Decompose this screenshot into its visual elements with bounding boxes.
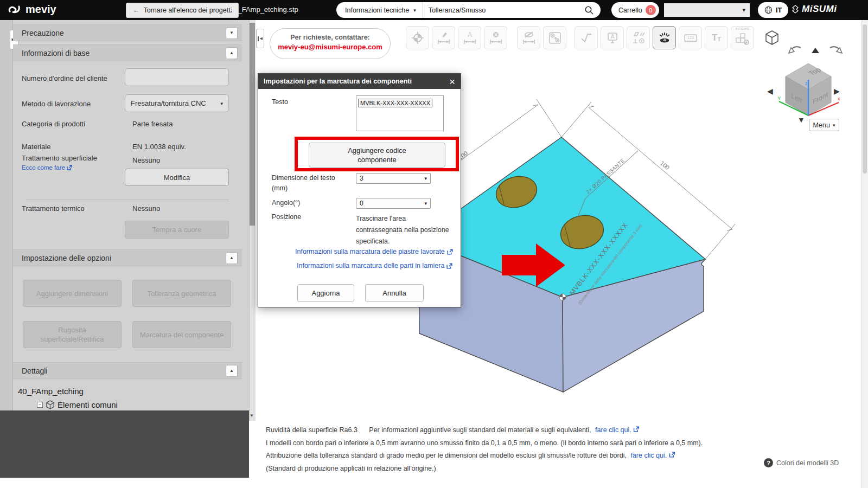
- update-button[interactable]: Aggiorna: [297, 284, 354, 302]
- annotation-toolbar: A A 123 TT 6VIEWS: [575, 26, 754, 49]
- label-balloon-icon[interactable]: A: [601, 26, 624, 49]
- rotate-right-arrow-icon[interactable]: ▶: [834, 87, 840, 95]
- dialog-titlebar[interactable]: Impostazioni per la marcatura dei compon…: [258, 74, 461, 89]
- tilt-up-icon[interactable]: [812, 48, 819, 53]
- cancel-button[interactable]: Annulla: [365, 284, 424, 302]
- tree-collapse-icon[interactable]: −: [37, 402, 43, 408]
- top-header-bar: meviy ← Tornare all'elenco dei progetti …: [0, 0, 868, 20]
- contact-email[interactable]: meviy-eu@misumi-europe.com: [270, 43, 390, 51]
- marking-text-area[interactable]: MVBLK-XXX-XXX-XXXXX: [356, 95, 444, 131]
- external-link-icon: [669, 452, 675, 458]
- misumi-mark-icon: [792, 5, 799, 14]
- chevron-down-icon: ▾: [742, 7, 745, 14]
- material-label: Materiale: [22, 143, 50, 151]
- through-hardening-button[interactable]: Tempra a cuore: [125, 221, 229, 239]
- edit-dimension-icon[interactable]: [432, 26, 455, 49]
- surface-roughness-button[interactable]: Rugosità superficiale/Rettifica: [23, 321, 122, 348]
- search-input[interactable]: Tolleranza/Smusso: [423, 7, 584, 14]
- model-colors-link[interactable]: ? Colori dei modelli 3D: [764, 458, 839, 467]
- chevron-down-icon: ▾: [424, 201, 427, 206]
- header-dropdown[interactable]: ▾: [664, 3, 750, 17]
- modify-button[interactable]: Modifica: [125, 169, 229, 186]
- section-precauzione[interactable]: Precauzione ▼: [13, 24, 242, 41]
- search-category-select[interactable]: Informazioni tecniche ▾: [336, 2, 423, 18]
- how-to-link[interactable]: Ecco come fare: [22, 164, 72, 171]
- meviy-logo[interactable]: meviy: [8, 3, 56, 16]
- external-link-icon: [447, 249, 453, 255]
- datum-target-icon[interactable]: [406, 26, 429, 49]
- hide-dimension-icon[interactable]: [517, 26, 540, 49]
- order-number-input[interactable]: [125, 68, 229, 86]
- tree-root-item[interactable]: 40_FAmp_etching: [18, 387, 84, 396]
- origin-marker: [559, 294, 566, 300]
- part-marking-icon[interactable]: A: [653, 26, 676, 49]
- left-settings-panel: ▶ Precauzione ▼ Informazioni di base ▲ N…: [0, 20, 249, 478]
- tech-search-bar: Informazioni tecniche ▾ Tolleranza/Smuss…: [336, 2, 601, 18]
- text-dimension-icon[interactable]: A: [458, 26, 481, 49]
- collapse-button[interactable]: ▲: [226, 47, 238, 59]
- page-scrollbar-thumb[interactable]: [863, 24, 867, 174]
- text-size-icon[interactable]: TT: [705, 26, 728, 49]
- text-label: Testo: [272, 98, 288, 106]
- chevron-down-icon: ▾: [833, 123, 835, 128]
- svg-text:A: A: [662, 37, 666, 42]
- dimension-right-value: 100: [659, 159, 671, 171]
- close-icon[interactable]: ×: [449, 76, 455, 87]
- meviy-swoosh-icon: [8, 4, 24, 16]
- search-icon[interactable]: [584, 5, 594, 15]
- svg-text:A: A: [610, 34, 614, 40]
- six-views-icon[interactable]: 6VIEWS: [731, 26, 754, 49]
- collapse-sidebar-handle[interactable]: ◀: [256, 29, 264, 48]
- geometric-tolerance-icon[interactable]: [627, 26, 650, 49]
- collapse-button[interactable]: ▲: [226, 365, 238, 377]
- note-line-1: Ruvidità della superficie Ra6.3 Per info…: [266, 424, 841, 437]
- sheet-metal-marking-info-link[interactable]: Informazioni sulla marcatura delle parti…: [297, 262, 452, 269]
- note-line-4: (Standard di produzione applicati in rel…: [266, 463, 841, 476]
- external-link-icon: [446, 263, 452, 269]
- back-to-projects-button[interactable]: ← Tornare all'elenco dei progetti: [126, 3, 239, 18]
- ruler-icon[interactable]: 123: [679, 26, 702, 49]
- locale-button[interactable]: IT: [758, 2, 788, 18]
- tree-item-elementi-comuni[interactable]: − Elementi comuni: [37, 400, 118, 410]
- collapse-button[interactable]: ▲: [226, 252, 238, 264]
- contact-text: Per richieste, contattare:: [270, 34, 390, 41]
- delete-dimension-icon[interactable]: [484, 26, 507, 49]
- plates-marking-info-link[interactable]: Informazioni sulla marcatura delle piast…: [295, 248, 453, 255]
- section-informazioni-di-base[interactable]: Informazioni di base ▲: [13, 44, 242, 61]
- view-cube[interactable]: Top Left Front y x z: [775, 57, 843, 125]
- view-menu-button[interactable]: Menu ▾: [809, 119, 839, 131]
- scroll-down-arrow-icon[interactable]: ▼: [250, 413, 254, 418]
- external-link-icon: [633, 426, 640, 432]
- note-link-1[interactable]: fare clic qui.: [595, 426, 631, 434]
- section-impostazione-opzioni[interactable]: Impostazione delle opzioni ▲: [13, 249, 242, 266]
- angle-label: Angolo(°): [272, 199, 300, 207]
- cart-button[interactable]: Carrello 0: [611, 2, 659, 18]
- isometric-view-icon[interactable]: [762, 28, 782, 48]
- chevron-down-icon: ▾: [424, 176, 427, 181]
- contact-bubble: Per richieste, contattare: meviy-eu@misu…: [270, 28, 391, 59]
- chevron-down-icon: ▾: [413, 8, 416, 13]
- external-link-icon: [67, 165, 72, 170]
- tilt-down-arrow-icon[interactable]: ▼: [797, 115, 805, 124]
- note-link-3[interactable]: fare clic qui.: [630, 452, 667, 459]
- hole-settings-icon[interactable]: [543, 26, 566, 49]
- part-code-chip[interactable]: MVBLK-XXX-XXX-XXXXX: [358, 99, 432, 107]
- method-select[interactable]: Fresatura/tornitura CNC ▾: [125, 94, 229, 112]
- caret-up-icon: ▲: [229, 50, 234, 55]
- svg-text:x: x: [838, 96, 840, 101]
- surface-check-icon[interactable]: [575, 26, 598, 49]
- section-dettagli[interactable]: Dettagli ▲: [13, 362, 242, 379]
- rotate-left-arrow-icon[interactable]: ◀: [767, 87, 773, 95]
- add-dimensions-button[interactable]: Aggiungere dimensioni: [23, 280, 122, 307]
- geometric-tolerance-button[interactable]: Tolleranza geometrica: [132, 280, 231, 307]
- caret-up-icon: ▲: [229, 368, 234, 373]
- back-arrow-icon: ←: [133, 7, 140, 14]
- text-size-select[interactable]: 3▾: [356, 173, 431, 184]
- part-marking-button[interactable]: Marcatura del componente: [132, 321, 231, 348]
- sidebar-scrollbar-thumb[interactable]: [250, 23, 255, 226]
- chevron-down-icon: ▾: [220, 101, 223, 106]
- collapse-button[interactable]: ▼: [226, 27, 238, 39]
- position-help-text: Trascinare l'area contrassegnata nella p…: [356, 213, 454, 247]
- angle-select[interactable]: 0▾: [356, 198, 431, 209]
- collapsed-panel-strip: [0, 20, 13, 478]
